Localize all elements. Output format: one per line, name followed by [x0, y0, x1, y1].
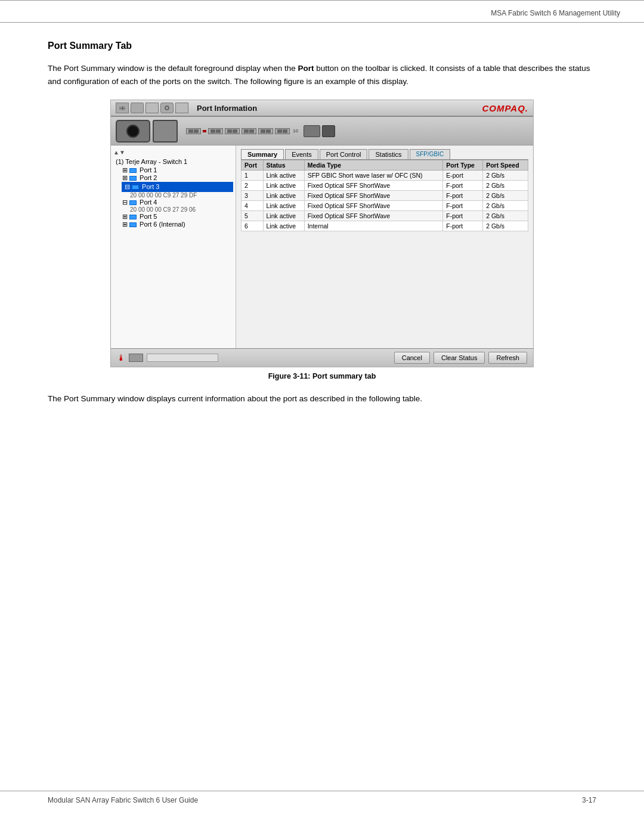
table-cell: Fixed Optical SFF ShortWave [304, 181, 443, 191]
port-indicator [203, 130, 206, 132]
app-toolbar: Port Information COMPAQ. [111, 100, 533, 117]
tree-port-1[interactable]: ⊞ Port 1 [122, 166, 233, 174]
app-bottom-bar: 🌡 Cancel Clear Status Refresh [111, 348, 533, 367]
bottom-buttons: Cancel Clear Status Refresh [394, 352, 527, 364]
tree-root-label: (1) Terje Array - Switch 1 [116, 158, 187, 165]
table-cell: Link active [263, 221, 304, 231]
tab-statistics[interactable]: Statistics [369, 149, 408, 159]
table-cell: 1 [242, 171, 264, 181]
top-rule [0, 0, 644, 1]
body-paragraph-1: The Port Summary window is the default f… [48, 62, 596, 88]
tab-bar: Summary Events Port Control Statistics S… [241, 149, 528, 160]
table-cell: F-port [443, 211, 483, 221]
table-cell: 5 [242, 211, 264, 221]
port-icon-1 [129, 168, 137, 173]
content-panel: Summary Events Port Control Statistics S… [236, 145, 533, 348]
body-bold-1: Port [298, 64, 314, 73]
toolbar-left: Port Information [116, 103, 257, 113]
port-group-1 [186, 128, 201, 134]
tab-summary[interactable]: Summary [241, 149, 284, 159]
app-toolbar2: 10 [111, 117, 533, 145]
toolbar-icon-1[interactable] [116, 103, 129, 113]
tree-port-5[interactable]: ⊞ Port 5 [122, 213, 233, 221]
table-cell: 2 Gb/s [483, 211, 528, 221]
port-icon-3 [132, 185, 139, 190]
table-cell: Internal [304, 221, 443, 231]
toolbar-icon-3[interactable] [145, 103, 159, 113]
tab-port-control[interactable]: Port Control [320, 149, 368, 159]
table-cell: E-port [443, 171, 483, 181]
status-icon [129, 354, 143, 362]
table-cell: F-port [443, 201, 483, 211]
table-row: 6Link activeInternalF-port2 Gb/s [242, 221, 528, 231]
table-cell: Link active [263, 201, 304, 211]
port-group-6 [275, 128, 290, 134]
table-cell: F-port [443, 221, 483, 231]
toolbar-icon-4[interactable] [160, 103, 174, 113]
footer-left: Modular SAN Array Fabric Switch 6 User G… [48, 796, 198, 804]
table-cell: F-port [443, 181, 483, 191]
port-icon-2 [129, 176, 137, 181]
table-row: 5Link activeFixed Optical SFF ShortWaveF… [242, 211, 528, 221]
col-header-status: Status [263, 160, 304, 171]
refresh-button[interactable]: Refresh [488, 352, 527, 364]
figure-caption: Figure 3-11: Port summary tab [110, 372, 534, 380]
page-header: MSA Fabric Switch 6 Management Utility [0, 4, 644, 23]
table-row: 3Link activeFixed Optical SFF ShortWaveF… [242, 191, 528, 201]
tree-root: (1) Terje Array - Switch 1 [113, 157, 233, 166]
compaq-logo: COMPAQ. [482, 103, 528, 113]
footer-right: 3-17 [582, 796, 596, 804]
port-icon-6 [129, 222, 137, 227]
tree-sort-icon: ▲▼ [113, 149, 233, 156]
port-icons-group: 10 [186, 125, 335, 137]
tree-port-4[interactable]: ⊟ Port 4 [122, 199, 233, 206]
port-group-2 [208, 128, 223, 134]
device-icon-2 [153, 120, 178, 143]
table-cell: SFP GBIC Short wave laser w/ OFC (SN) [304, 171, 443, 181]
expand-icon-5: ⊞ [122, 213, 128, 221]
tree-panel: ▲▼ (1) Terje Array - Switch 1 ⊞ Port 1 ⊞… [111, 145, 236, 348]
table-cell: Link active [263, 171, 304, 181]
table-cell: 2 Gb/s [483, 201, 528, 211]
tree-port-4-addr: 20 00 00 00 C9 27 29 06 [130, 206, 233, 213]
app-title: Port Information [197, 104, 257, 113]
port-icon-5 [129, 215, 137, 219]
port-group-5 [258, 128, 273, 134]
col-header-media: Media Type [304, 160, 443, 171]
tree-port-3-addr: 20 00 00 00 C9 27 29 DF [130, 192, 233, 199]
table-row: 1Link activeSFP GBIC Short wave laser w/… [242, 171, 528, 181]
bottom-left: 🌡 [117, 353, 218, 363]
cancel-button[interactable]: Cancel [394, 352, 430, 364]
device-icon-1 [116, 120, 150, 143]
header-title: MSA Fabric Switch 6 Management Utility [491, 9, 620, 17]
body-paragraph-2: The Port Summary window displays current… [48, 392, 596, 405]
col-header-portspeed: Port Speed [483, 160, 528, 171]
table-cell: 6 [242, 221, 264, 231]
toolbar-icon-2[interactable] [131, 103, 144, 113]
page-footer: Modular SAN Array Fabric Switch 6 User G… [0, 791, 644, 809]
tree-port-3[interactable]: ⊟ Port 3 [122, 182, 233, 192]
expand-icon-1: ⊞ [122, 166, 128, 174]
table-cell: 2 Gb/s [483, 221, 528, 231]
expand-icon-2: ⊞ [122, 174, 128, 182]
clear-status-button[interactable]: Clear Status [434, 352, 485, 364]
table-cell: 4 [242, 201, 264, 211]
tree-port-6[interactable]: ⊞ Port 6 (Internal) [122, 221, 233, 228]
tree-port-2[interactable]: ⊞ Port 2 [122, 174, 233, 182]
expand-icon-6: ⊞ [122, 221, 128, 228]
table-cell: Link active [263, 191, 304, 201]
table-cell: 2 [242, 181, 264, 191]
tab-sfp-gbic[interactable]: SFP/GBIC [410, 149, 451, 159]
table-row: 2Link activeFixed Optical SFF ShortWaveF… [242, 181, 528, 191]
expand-icon-3: ⊟ [124, 183, 130, 191]
port-group-3 [225, 128, 240, 134]
progress-bar [147, 354, 218, 362]
tab-events[interactable]: Events [285, 149, 318, 159]
table-cell: 2 Gb/s [483, 181, 528, 191]
port-icon-4 [129, 200, 137, 205]
table-cell: Fixed Optical SFF ShortWave [304, 191, 443, 201]
table-cell: Fixed Optical SFF ShortWave [304, 211, 443, 221]
table-cell: Link active [263, 211, 304, 221]
toolbar-icon-5[interactable] [175, 103, 188, 113]
port-label-num: 10 [293, 128, 298, 134]
